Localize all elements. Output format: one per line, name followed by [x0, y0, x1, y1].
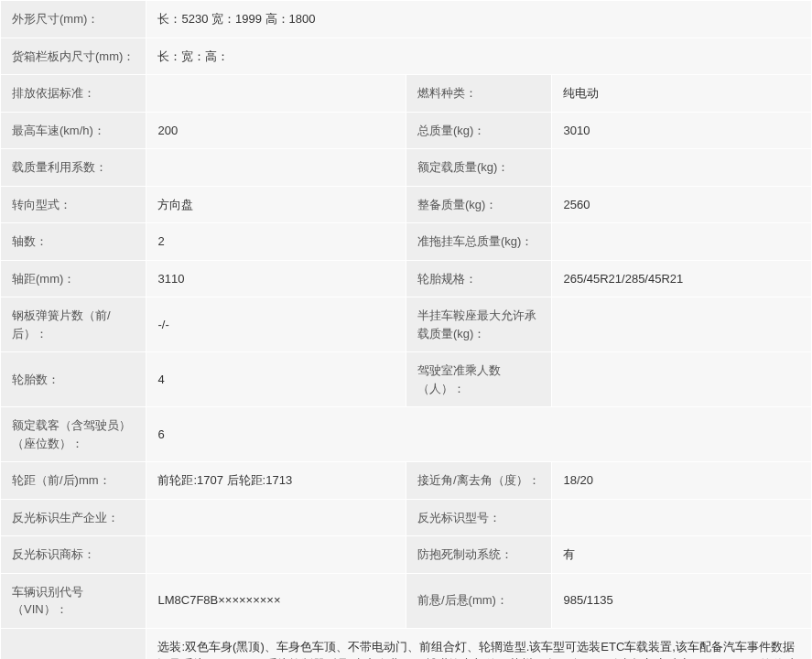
value-reflmfr	[146, 499, 406, 536]
table-row: 车辆识别代号（VIN）： LM8C7F8B××××××××× 前悬/后悬(mm)…	[1, 573, 812, 628]
value-gross: 3010	[552, 112, 812, 149]
label-cab: 驾驶室准乘人数（人）：	[406, 352, 551, 407]
label-reflmfr: 反光标识生产企业：	[1, 499, 146, 536]
table-row: 轴数： 2 准拖挂车总质量(kg)：	[1, 223, 812, 261]
value-tire: 265/45R21/285/45R21	[552, 260, 812, 297]
value-rated	[552, 149, 812, 187]
label-steer: 转向型式：	[1, 186, 146, 223]
value-vin: LM8C7F8B×××××××××	[146, 573, 406, 628]
table-row: 排放依据标准： 燃料种类： 纯电动	[1, 75, 812, 113]
table-row: 额定载客（含驾驶员）（座位数）： 6	[1, 407, 812, 462]
value-curb: 2560	[552, 186, 812, 223]
label-tirecount: 轮胎数：	[1, 352, 146, 407]
value-topspeed: 200	[146, 112, 406, 149]
label-cargo: 货箱栏板内尺寸(mm)：	[1, 38, 146, 75]
value-cab	[552, 352, 812, 407]
value-wheelbase: 3110	[146, 260, 406, 297]
label-reflmodel: 反光标识型号：	[406, 499, 551, 536]
value-trailer	[552, 223, 812, 261]
value-pax: 6	[146, 407, 812, 462]
label-pax: 额定载客（含驾驶员）（座位数）：	[1, 407, 146, 462]
value-abs: 有	[552, 536, 812, 574]
value-approach: 18/20	[552, 462, 812, 500]
table-row: 其它： 选装:双色车身(黑顶)、车身色车顶、不带电动门、前组合灯、轮辋造型.该车…	[1, 628, 812, 659]
table-row: 转向型式： 方向盘 整备质量(kg)： 2560	[1, 186, 812, 223]
label-track: 轮距（前/后)mm：	[1, 462, 146, 500]
label-saddle: 半挂车鞍座最大允许承载质量(kg)：	[406, 297, 551, 352]
value-axles: 2	[146, 223, 406, 261]
label-fuel: 燃料种类：	[406, 75, 551, 113]
value-saddle	[552, 297, 812, 352]
label-vin: 车辆识别代号（VIN）：	[1, 573, 146, 628]
label-curb: 整备质量(kg)：	[406, 186, 551, 223]
value-spring: -/-	[146, 297, 406, 352]
value-overhang: 985/1135	[552, 573, 812, 628]
label-tire: 轮胎规格：	[406, 260, 551, 297]
table-row: 载质量利用系数： 额定载质量(kg)：	[1, 149, 812, 187]
label-abs: 防抱死制动系统：	[406, 536, 551, 574]
value-loadcoef	[146, 149, 406, 187]
label-spring: 钢板弹簧片数（前/后）：	[1, 297, 146, 352]
value-cargo: 长：宽：高：	[146, 38, 812, 75]
label-axles: 轴数：	[1, 223, 146, 261]
table-row: 反光标识商标： 防抱死制动系统： 有	[1, 536, 812, 574]
label-wheelbase: 轴距(mm)：	[1, 260, 146, 297]
value-track: 前轮距:1707 后轮距:1713	[146, 462, 406, 500]
table-row: 轴距(mm)： 3110 轮胎规格： 265/45R21/285/45R21	[1, 260, 812, 297]
value-fuel: 纯电动	[552, 75, 812, 113]
value-tirecount: 4	[146, 352, 406, 407]
value-other: 选装:双色车身(黑顶)、车身色车顶、不带电动门、前组合灯、轮辋造型.该车型可选装…	[146, 628, 812, 659]
value-steer: 方向盘	[146, 186, 406, 223]
label-other: 其它：	[1, 628, 146, 659]
label-refltm: 反光标识商标：	[1, 536, 146, 574]
value-refltm	[146, 536, 406, 574]
spec-table: 外形尺寸(mm)： 长：5230 宽：1999 高：1800 货箱栏板内尺寸(m…	[0, 0, 812, 659]
label-gross: 总质量(kg)：	[406, 112, 551, 149]
label-loadcoef: 载质量利用系数：	[1, 149, 146, 187]
label-rated: 额定载质量(kg)：	[406, 149, 551, 187]
value-dimensions: 长：5230 宽：1999 高：1800	[146, 1, 812, 38]
value-reflmodel	[552, 499, 812, 536]
label-topspeed: 最高车速(km/h)：	[1, 112, 146, 149]
label-approach: 接近角/离去角（度）：	[406, 462, 551, 500]
label-overhang: 前悬/后悬(mm)：	[406, 573, 551, 628]
label-trailer: 准拖挂车总质量(kg)：	[406, 223, 551, 261]
value-emission	[146, 75, 406, 113]
table-row: 钢板弹簧片数（前/后）： -/- 半挂车鞍座最大允许承载质量(kg)：	[1, 297, 812, 352]
label-emission: 排放依据标准：	[1, 75, 146, 113]
table-row: 最高车速(km/h)： 200 总质量(kg)： 3010	[1, 112, 812, 149]
label-dimensions: 外形尺寸(mm)：	[1, 1, 146, 38]
table-row: 反光标识生产企业： 反光标识型号：	[1, 499, 812, 536]
table-row: 货箱栏板内尺寸(mm)： 长：宽：高：	[1, 38, 812, 75]
table-row: 轮胎数： 4 驾驶室准乘人数（人）：	[1, 352, 812, 407]
table-row: 外形尺寸(mm)： 长：5230 宽：1999 高：1800	[1, 1, 812, 38]
table-row: 轮距（前/后)mm： 前轮距:1707 后轮距:1713 接近角/离去角（度）：…	[1, 462, 812, 500]
